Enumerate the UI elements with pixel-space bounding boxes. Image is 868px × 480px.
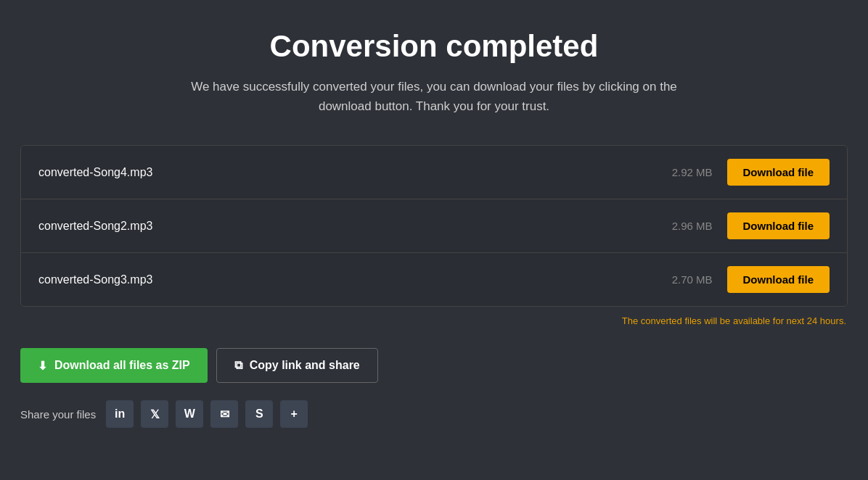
copy-link-button[interactable]: ⧉ Copy link and share: [216, 348, 378, 383]
table-row: converted-Song2.mp3 2.96 MB Download fil…: [21, 199, 847, 253]
download-file-button[interactable]: Download file: [727, 212, 830, 239]
share-skype-button[interactable]: S: [245, 400, 273, 428]
share-linkedin-button[interactable]: in: [106, 400, 134, 428]
file-right: 2.96 MB Download file: [672, 212, 830, 239]
file-name: converted-Song4.mp3: [38, 166, 152, 179]
file-right: 2.92 MB Download file: [672, 159, 830, 186]
share-email-button[interactable]: ✉: [210, 400, 238, 428]
share-label: Share your files: [20, 408, 96, 421]
table-row: converted-Song4.mp3 2.92 MB Download fil…: [21, 146, 847, 199]
table-row: converted-Song3.mp3 2.70 MB Download fil…: [21, 253, 847, 306]
subtitle-text: We have successfully converted your file…: [165, 77, 703, 116]
file-size: 2.96 MB: [672, 220, 713, 232]
file-size: 2.70 MB: [672, 273, 713, 286]
action-buttons: ⬇ Download all files as ZIP ⧉ Copy link …: [20, 348, 848, 383]
download-file-button[interactable]: Download file: [727, 159, 830, 186]
copy-icon: ⧉: [234, 359, 242, 372]
zip-button-label: Download all files as ZIP: [54, 359, 190, 372]
file-name: converted-Song3.mp3: [38, 273, 152, 286]
share-whatsapp-button[interactable]: W: [176, 400, 203, 428]
share-twitter-button[interactable]: 𝕏: [141, 400, 168, 428]
share-row: Share your files in𝕏W✉S+: [20, 400, 848, 428]
share-more-button[interactable]: +: [280, 400, 308, 428]
file-right: 2.70 MB Download file: [672, 266, 830, 293]
file-size: 2.92 MB: [672, 166, 713, 178]
download-zip-button[interactable]: ⬇ Download all files as ZIP: [20, 348, 208, 383]
copy-button-label: Copy link and share: [250, 359, 360, 372]
file-name: converted-Song2.mp3: [38, 220, 152, 233]
page-title: Conversion completed: [270, 29, 599, 64]
availability-note: The converted files will be available fo…: [20, 315, 848, 326]
download-arrow-icon: ⬇: [38, 359, 47, 373]
download-file-button[interactable]: Download file: [727, 266, 830, 293]
files-table: converted-Song4.mp3 2.92 MB Download fil…: [20, 145, 848, 307]
